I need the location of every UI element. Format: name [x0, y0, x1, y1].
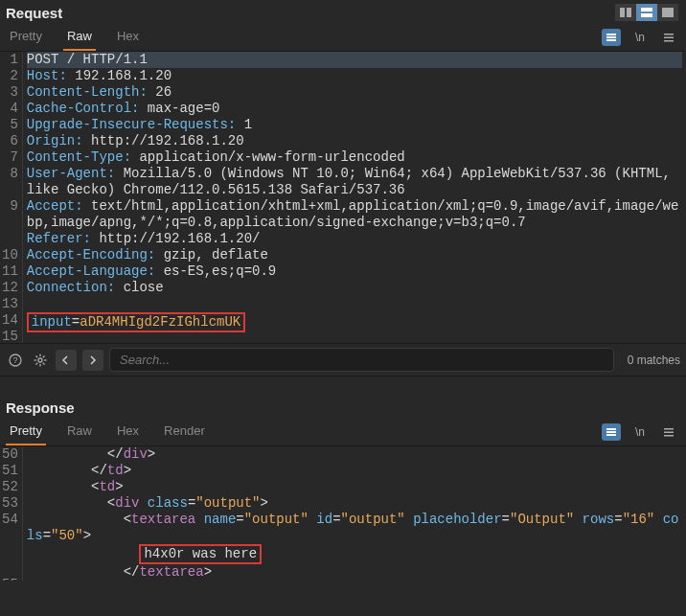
- search-input[interactable]: [109, 348, 614, 372]
- search-toolbar: ? 0 matches: [0, 343, 686, 376]
- svg-line-20: [35, 362, 37, 364]
- svg-rect-5: [606, 34, 616, 35]
- svg-rect-10: [664, 40, 674, 42]
- request-title: Request: [6, 5, 62, 21]
- request-body[interactable]: 123456789101112131415 POST / HTTP/1.1Hos…: [0, 52, 686, 343]
- svg-rect-23: [606, 431, 616, 433]
- tab-hex[interactable]: Hex: [113, 418, 143, 445]
- svg-rect-22: [606, 428, 616, 430]
- response-tabs: Pretty Raw Hex Render: [6, 418, 209, 445]
- svg-line-18: [35, 355, 37, 357]
- svg-rect-2: [641, 8, 652, 11]
- svg-rect-0: [620, 8, 625, 17]
- next-button[interactable]: [82, 350, 103, 371]
- wrap-toggle-button[interactable]: \n: [630, 423, 650, 441]
- tab-pretty[interactable]: Pretty: [6, 23, 46, 51]
- prev-button[interactable]: [56, 350, 77, 371]
- svg-line-19: [43, 362, 45, 364]
- svg-rect-9: [664, 36, 674, 38]
- actions-button[interactable]: [602, 423, 621, 441]
- svg-rect-26: [664, 431, 674, 433]
- request-view-toggles: [615, 4, 678, 21]
- view-single-button[interactable]: [657, 4, 678, 21]
- help-icon[interactable]: ?: [6, 351, 25, 370]
- actions-button[interactable]: [602, 29, 621, 46]
- gear-icon[interactable]: [31, 351, 50, 370]
- svg-rect-27: [664, 435, 674, 437]
- response-body[interactable]: 505152535455 </div> </td> <td> <div clas…: [0, 446, 686, 581]
- tab-render[interactable]: Render: [160, 418, 209, 445]
- tab-raw[interactable]: Raw: [63, 23, 96, 51]
- svg-line-21: [43, 355, 45, 357]
- svg-rect-6: [606, 36, 616, 38]
- tab-pretty[interactable]: Pretty: [6, 418, 46, 445]
- svg-rect-7: [606, 39, 616, 41]
- tab-raw[interactable]: Raw: [63, 418, 96, 445]
- svg-rect-4: [662, 8, 674, 17]
- svg-point-13: [38, 358, 42, 362]
- match-count: 0 matches: [620, 354, 680, 367]
- menu-button[interactable]: [659, 423, 678, 441]
- tab-hex[interactable]: Hex: [113, 23, 143, 51]
- svg-rect-8: [664, 34, 674, 35]
- view-columns-button[interactable]: [615, 4, 636, 21]
- response-title: Response: [6, 399, 75, 416]
- svg-rect-3: [641, 13, 652, 17]
- menu-button[interactable]: [659, 29, 678, 46]
- svg-rect-1: [627, 8, 631, 17]
- svg-rect-24: [606, 434, 616, 436]
- request-tabs: Pretty Raw Hex: [6, 23, 143, 51]
- wrap-toggle-button[interactable]: \n: [630, 29, 650, 46]
- view-rows-button[interactable]: [636, 4, 657, 21]
- svg-rect-25: [664, 428, 674, 430]
- svg-text:?: ?: [12, 355, 17, 365]
